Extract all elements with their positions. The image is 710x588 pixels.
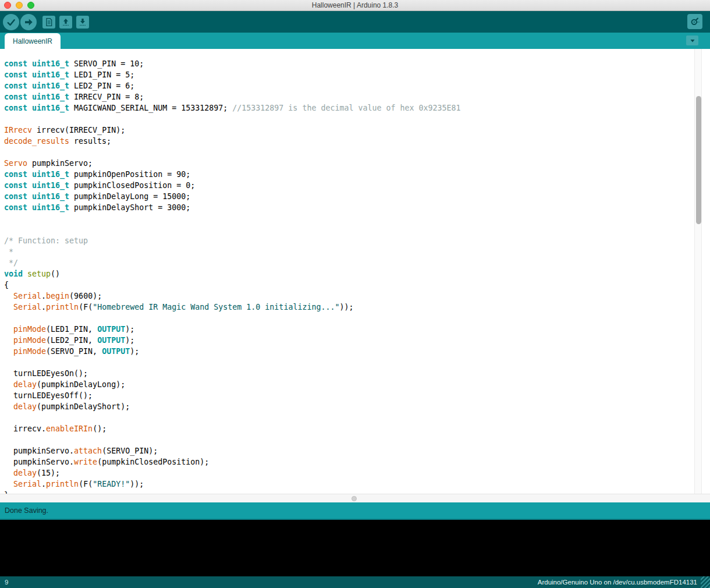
code-line: delay(pumpkinDelayShort); xyxy=(4,401,694,412)
code-line: * xyxy=(4,246,694,257)
title-bar: HalloweenIR | Arduino 1.8.3 xyxy=(0,0,710,11)
magnifier-icon xyxy=(689,16,701,27)
vertical-scrollbar-thumb[interactable] xyxy=(696,96,701,224)
code-line: irrecv.enableIRIn(); xyxy=(4,423,694,434)
tab-strip: HalloweenIR xyxy=(0,33,710,49)
open-button[interactable] xyxy=(59,16,72,29)
tab-label: HalloweenIR xyxy=(13,37,52,45)
code-line: pumpkinServo.write(pumpkinClosedPosition… xyxy=(4,456,694,467)
editor-pane: const uint16_t SERVO_PIN = 10;const uint… xyxy=(0,49,710,494)
footer-bar: 9 Arduino/Genuino Uno on /dev/cu.usbmode… xyxy=(0,576,710,588)
document-icon xyxy=(44,17,54,27)
code-line: */ xyxy=(4,257,694,268)
code-line: { xyxy=(4,279,694,291)
serial-monitor-button[interactable] xyxy=(687,14,702,29)
code-line: } xyxy=(4,490,694,494)
console-output[interactable] xyxy=(0,520,710,576)
window-title: HalloweenIR | Arduino 1.8.3 xyxy=(0,1,710,9)
chevron-down-icon xyxy=(689,38,696,44)
code-line xyxy=(4,313,694,324)
code-line xyxy=(4,147,694,158)
code-line: Serial.begin(9600); xyxy=(4,291,694,302)
code-line xyxy=(4,412,694,423)
code-line: turnLEDEyesOn(); xyxy=(4,368,694,379)
splitter-handle-icon xyxy=(352,496,357,501)
checkmark-icon xyxy=(6,17,16,27)
code-line: pumpkinServo.attach(SERVO_PIN); xyxy=(4,445,694,456)
code-line xyxy=(4,434,694,445)
code-line: IRrecv irrecv(IRRECV_PIN); xyxy=(4,125,694,136)
code-line: const uint16_t pumpkinClosedPosition = 0… xyxy=(4,180,694,191)
status-message: Done Saving. xyxy=(5,506,48,515)
editor-console-splitter[interactable] xyxy=(0,494,710,502)
code-line: const uint16_t LED2_PIN = 6; xyxy=(4,80,694,91)
code-line: pinMode(LED1_PIN, OUTPUT); xyxy=(4,324,694,335)
code-line: Servo pumpkinServo; xyxy=(4,158,694,169)
code-line: const uint16_t pumpkinOpenPosition = 90; xyxy=(4,169,694,180)
code-area[interactable]: const uint16_t SERVO_PIN = 10;const uint… xyxy=(0,49,694,494)
code-line: Serial.println(F("READY!")); xyxy=(4,479,694,490)
code-line xyxy=(4,213,694,224)
code-line: delay(15); xyxy=(4,467,694,479)
save-button[interactable] xyxy=(76,16,89,29)
code-line xyxy=(4,357,694,368)
arrow-down-icon xyxy=(78,17,87,27)
code-line xyxy=(4,224,694,235)
line-number-indicator: 9 xyxy=(5,579,8,586)
tab-dropdown-button[interactable] xyxy=(686,36,698,45)
code-line: void setup() xyxy=(4,268,694,279)
code-line: pinMode(SERVO_PIN, OUTPUT); xyxy=(4,346,694,357)
code-line: const uint16_t LED1_PIN = 5; xyxy=(4,69,694,80)
code-line: Serial.println(F("Homebrewed IR Magic Wa… xyxy=(4,302,694,313)
toolbar xyxy=(0,11,710,33)
verify-button[interactable] xyxy=(3,14,19,30)
arrow-up-icon xyxy=(61,17,70,27)
code-line: const uint16_t pumpkinDelayLong = 15000; xyxy=(4,191,694,202)
code-line: decode_results results; xyxy=(4,136,694,147)
code-line: delay(pumpkinDelayLong); xyxy=(4,379,694,390)
status-bar: Done Saving. xyxy=(0,502,710,520)
upload-button[interactable] xyxy=(20,14,37,30)
board-port-indicator: Arduino/Genuino Uno on /dev/cu.usbmodemF… xyxy=(538,579,697,586)
code-line: const uint16_t pumpkinDelayShort = 3000; xyxy=(4,202,694,213)
tab-halloweenir[interactable]: HalloweenIR xyxy=(5,33,61,49)
code-line: turnLEDEyesOff(); xyxy=(4,390,694,401)
vertical-scrollbar[interactable] xyxy=(694,49,702,494)
arrow-right-icon xyxy=(23,17,34,27)
code-line: const uint16_t MAGICWAND_SERIAL_NUM = 15… xyxy=(4,102,694,114)
code-line: /* Function: setup xyxy=(4,235,694,246)
code-line: const uint16_t IRRECV_PIN = 8; xyxy=(4,91,694,102)
code-line xyxy=(4,114,694,125)
code-line: const uint16_t SERVO_PIN = 10; xyxy=(4,58,694,69)
code-line: pinMode(LED2_PIN, OUTPUT); xyxy=(4,335,694,346)
resize-grip-icon[interactable] xyxy=(701,576,710,588)
new-sketch-button[interactable] xyxy=(42,16,55,29)
